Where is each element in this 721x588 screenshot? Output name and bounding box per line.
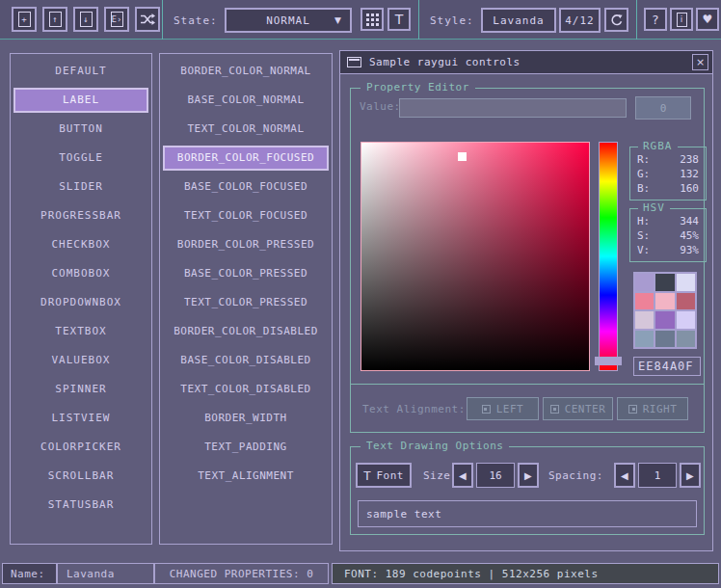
control-item-checkbox[interactable]: CHECKBOX (13, 230, 148, 259)
name-status-value[interactable]: Lavanda (57, 563, 154, 584)
control-item-slider[interactable]: SLIDER (13, 173, 148, 201)
state-label: State: (174, 14, 218, 27)
control-item-spinner[interactable]: SPINNER (13, 375, 148, 404)
color-swatch[interactable] (677, 274, 695, 291)
grid-icon (366, 13, 379, 26)
property-item-border_color_pressed[interactable]: BORDER_COLOR_PRESSED (163, 230, 329, 259)
property-item-text_color_normal[interactable]: TEXT_COLOR_NORMAL (163, 115, 329, 144)
hsv-v-row: V:93% (630, 243, 706, 257)
state-dropdown[interactable]: NORMAL ▼ (225, 8, 352, 33)
style-name-text: Lavanda (67, 568, 115, 580)
property-item-border_color_focused[interactable]: BORDER_COLOR_FOCUSED (163, 146, 329, 171)
chevron-left-icon: ◀ (621, 470, 628, 481)
spacing-value-box[interactable]: 1 (638, 463, 677, 488)
color-swatch[interactable] (655, 311, 674, 329)
style-name-box[interactable]: Lavanda (481, 8, 556, 33)
control-item-statusbar[interactable]: STATUSBAR (13, 491, 148, 520)
align-left-button[interactable]: LEFT (467, 397, 539, 420)
hue-bar[interactable] (599, 142, 618, 371)
control-item-dropdownbox[interactable]: DROPDOWNBOX (13, 288, 148, 317)
color-swatch[interactable] (677, 293, 695, 310)
new-style-button[interactable]: + (12, 7, 37, 32)
control-item-label[interactable]: LABEL (13, 88, 148, 113)
icons-panel-button[interactable] (360, 8, 384, 31)
rgba-b-row: B:160 (630, 181, 706, 196)
name-status-label: Name: (2, 563, 57, 584)
separator-line (350, 384, 705, 385)
property-item-text_alignment[interactable]: TEXT_ALIGNMENT (163, 462, 329, 491)
control-item-progressbar[interactable]: PROGRESSBAR (13, 201, 148, 230)
rgba-r-row: R:238 (630, 152, 706, 167)
spacing-increase-button[interactable]: ▶ (680, 463, 701, 488)
sample-text-input[interactable]: sample text (358, 500, 697, 527)
control-item-combobox[interactable]: COMBOBOX (13, 259, 148, 288)
property-item-base_color_normal[interactable]: BASE_COLOR_NORMAL (163, 86, 329, 115)
hue-slider-handle[interactable] (595, 357, 622, 365)
shuffle-icon (140, 13, 155, 26)
export-style-button[interactable]: E› (104, 7, 129, 32)
property-item-text_color_pressed[interactable]: TEXT_COLOR_PRESSED (163, 288, 329, 317)
color-picker-cursor[interactable] (458, 152, 467, 161)
window-titlebar[interactable]: Sample raygui controls × (340, 51, 712, 74)
property-item-base_color_disabled[interactable]: BASE_COLOR_DISABLED (163, 346, 329, 375)
text-tool-icon: T (395, 12, 404, 27)
property-item-text_padding[interactable]: TEXT_PADDING (163, 433, 329, 462)
size-increase-button[interactable]: ▶ (518, 463, 539, 488)
value-slider[interactable] (399, 98, 627, 118)
style-color-swatches (633, 272, 697, 349)
style-index-value: 4/12 (565, 14, 595, 27)
color-swatch[interactable] (655, 331, 674, 348)
spacing-decrease-button[interactable]: ◀ (614, 463, 635, 488)
file-open-icon: ↑ (49, 12, 62, 27)
about-button[interactable]: i (670, 8, 693, 31)
open-style-button[interactable]: ↑ (42, 7, 67, 32)
property-item-border_color_normal[interactable]: BORDER_COLOR_NORMAL (163, 57, 329, 86)
property-item-base_color_pressed[interactable]: BASE_COLOR_PRESSED (163, 259, 329, 288)
align-right-icon (628, 405, 637, 414)
control-item-scrollbar[interactable]: SCROLLBAR (13, 462, 148, 491)
control-item-textbox[interactable]: TEXTBOX (13, 317, 148, 346)
value-box-text: 0 (660, 102, 667, 115)
control-item-toggle[interactable]: TOGGLE (13, 144, 148, 173)
save-style-button[interactable]: ↓ (73, 7, 98, 32)
rguistyler-app: { "colors": { "selection_bg": "#9d82ce",… (0, 0, 721, 588)
control-item-colorpicker[interactable]: COLORPICKER (13, 433, 148, 462)
property-item-border_width[interactable]: BORDER_WIDTH (163, 404, 329, 433)
help-button[interactable]: ? (644, 8, 667, 31)
color-swatch[interactable] (635, 293, 654, 310)
color-swatch[interactable] (677, 311, 695, 329)
color-swatch[interactable] (655, 293, 674, 310)
control-item-button[interactable]: BUTTON (13, 115, 148, 144)
align-center-button[interactable]: CENTER (543, 397, 613, 420)
control-item-default[interactable]: DEFAULT (13, 57, 148, 86)
color-swatch[interactable] (635, 331, 654, 348)
reload-style-button[interactable] (604, 8, 628, 32)
font-panel-button[interactable]: T (387, 8, 411, 31)
font-button-text: Font (376, 469, 404, 482)
property-item-text_color_focused[interactable]: TEXT_COLOR_FOCUSED (163, 201, 329, 230)
hex-color-input[interactable]: EE84A0F (633, 357, 701, 376)
color-swatch[interactable] (677, 331, 695, 348)
hex-color-value: EE84A0F (638, 360, 694, 373)
text-tool-icon: T (363, 468, 371, 483)
control-item-listview[interactable]: LISTVIEW (13, 404, 148, 433)
control-item-valuebox[interactable]: VALUEBOX (13, 346, 148, 375)
color-picker-panel[interactable] (360, 142, 590, 371)
toolbar-separator (162, 0, 163, 40)
size-decrease-button[interactable]: ◀ (452, 463, 473, 488)
color-swatch[interactable] (635, 274, 654, 291)
align-center-icon (550, 405, 559, 414)
sponsor-button[interactable]: ♥ (696, 8, 719, 31)
align-right-button[interactable]: RIGHT (617, 397, 688, 420)
color-swatch[interactable] (635, 311, 654, 329)
load-font-button[interactable]: T Font (356, 463, 412, 488)
close-icon[interactable]: × (692, 54, 708, 70)
property-item-border_color_disabled[interactable]: BORDER_COLOR_DISABLED (163, 317, 329, 346)
randomize-style-button[interactable] (135, 7, 160, 32)
value-box[interactable]: 0 (635, 96, 691, 120)
property-item-base_color_focused[interactable]: BASE_COLOR_FOCUSED (163, 173, 329, 201)
chevron-right-icon: ▶ (524, 470, 532, 481)
property-item-text_color_disabled[interactable]: TEXT_COLOR_DISABLED (163, 375, 329, 404)
color-swatch[interactable] (655, 274, 674, 291)
size-value-box[interactable]: 16 (476, 463, 515, 488)
